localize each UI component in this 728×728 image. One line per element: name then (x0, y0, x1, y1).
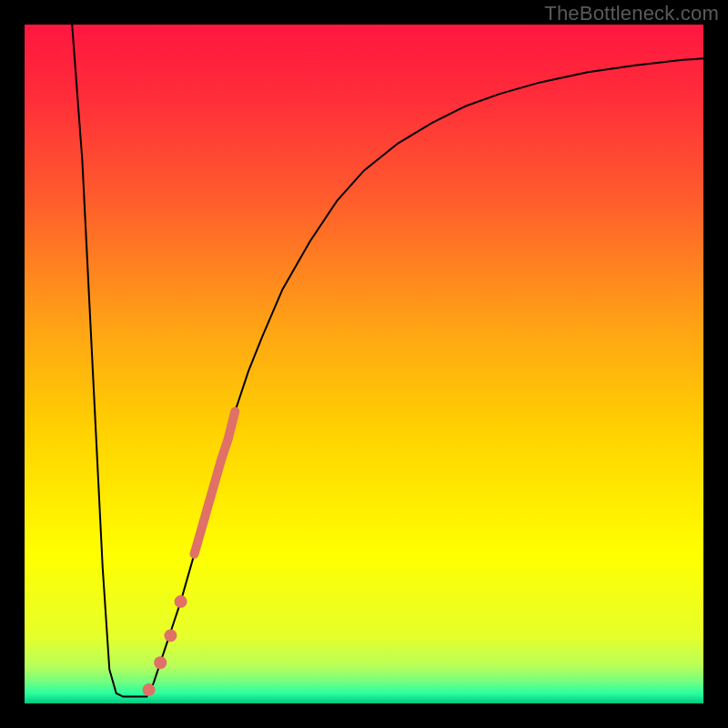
watermark-text: TheBottleneck.com (544, 2, 719, 25)
chart-svg (25, 25, 703, 703)
highlight-dot (154, 656, 167, 669)
highlight-dot (164, 629, 177, 642)
highlight-dot (143, 683, 156, 696)
highlight-dot (175, 595, 187, 608)
gradient-background (25, 25, 703, 703)
chart-frame: TheBottleneck.com (0, 0, 728, 728)
plot-area (25, 25, 703, 703)
